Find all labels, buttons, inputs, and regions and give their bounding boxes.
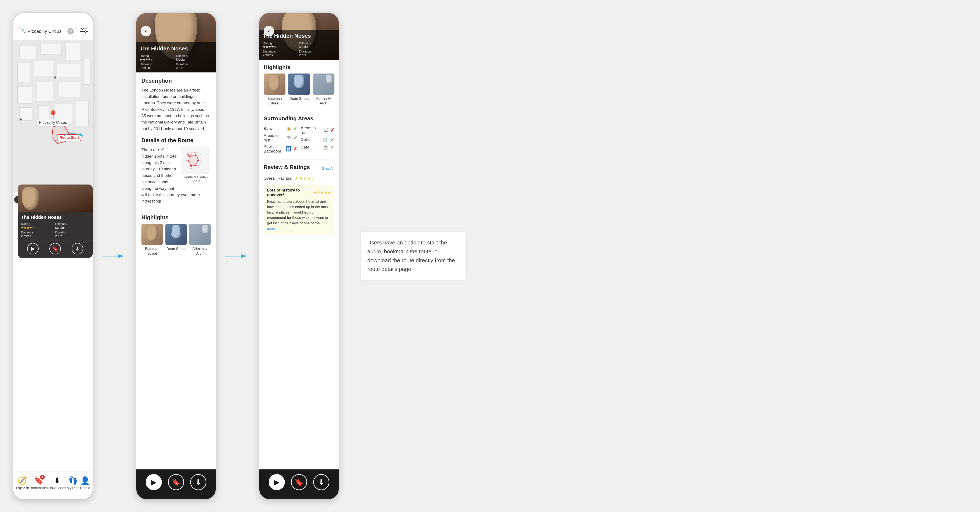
- phone3-back-button[interactable]: ‹: [264, 26, 274, 36]
- highlight-item-2: Dean Street: [165, 224, 187, 256]
- p2-duration-value: 2 hrs: [176, 66, 212, 70]
- download-button[interactable]: ⬇: [190, 474, 206, 490]
- phone-route-details: ‹ The Hidden Noses Rating ★★★★☆ Difficul…: [136, 13, 216, 500]
- svg-rect-8: [18, 63, 30, 82]
- phone3-bookmark-button[interactable]: 🔖: [291, 474, 307, 490]
- p3-duration-value: 2 hrs: [299, 53, 335, 57]
- route-map-thumbnail[interactable]: Route Start Route & Hidden Spots: [181, 147, 211, 183]
- review-title: Lots of history to uncover!: [267, 188, 313, 197]
- surrounding-section: Surrounding Areas Bars 🍺 ✓ Areas to rest…: [264, 115, 334, 154]
- duration-value: 2 hrs: [55, 234, 89, 238]
- nav-mytrips-label: MyTrips: [67, 486, 80, 490]
- description-section: Description The London Noses are an arti…: [142, 78, 211, 132]
- highlight-label-2: Dean Street: [165, 247, 187, 251]
- overall-label: Overall Ratings:: [264, 176, 292, 181]
- highlight-item-1: Bateman Street: [142, 224, 163, 256]
- surr-delis-icon: 🛒: [323, 137, 328, 143]
- phone-highlights-reviews: ‹ The Hidden Noses Rating ★★★★☆ Difficul…: [259, 13, 339, 500]
- surr-areas-check: ✗: [330, 127, 334, 133]
- play-button[interactable]: ▶: [146, 474, 162, 490]
- review-text: Fascinating story about the artist and h…: [267, 199, 331, 231]
- nav-explore[interactable]: 🧭 Explore: [16, 476, 29, 490]
- nav-bookmarks[interactable]: 🔖 4 Bookmarks: [30, 476, 48, 490]
- route-card-meta: Rating ★★★★☆ Difficulty Medium Distance …: [21, 222, 89, 238]
- map-area[interactable]: 📍 Piccadilly Circus Route Start: [13, 40, 93, 192]
- bottom-nav: 🧭 Explore 🔖 4 Bookmarks ⬇ Downloads 👣 My…: [13, 472, 93, 499]
- reviews-header: Review & Ratings See All: [264, 164, 334, 173]
- svg-text:Route: Route: [188, 154, 192, 155]
- connector-arrow-svg-2: [225, 250, 250, 262]
- nav-mytrips[interactable]: 👣 MyTrips: [67, 476, 80, 490]
- svg-rect-9: [34, 61, 53, 76]
- rating-label: Rating: [21, 222, 55, 226]
- phone3-highlights-section: Highlights Bateman Street: [264, 64, 334, 106]
- highlight-img-2: [165, 224, 187, 245]
- route-thumb-image: Route Start: [181, 147, 208, 174]
- review-more-link[interactable]: more: [267, 227, 275, 230]
- phone3-header-meta: Rating ★★★★☆ Difficulty Medium Distance …: [263, 41, 335, 57]
- svg-rect-7: [65, 43, 80, 60]
- bookmark-button[interactable]: 🔖: [168, 474, 184, 490]
- divider-2: [264, 111, 334, 111]
- card-play-button[interactable]: ▶: [27, 243, 38, 254]
- surr-bars-name: Bars: [264, 126, 284, 131]
- phone3-body: Highlights Bateman Street: [259, 60, 339, 471]
- card-download-button[interactable]: ⬇: [72, 243, 83, 254]
- phone3-highlight-img-3: [313, 73, 334, 95]
- nav-profile[interactable]: 👤 Profile: [80, 476, 90, 490]
- phone3-highlight-2: Dean Street: [288, 73, 310, 106]
- route-details-title: Details of the Route: [142, 137, 211, 144]
- route-details-section: Details of the Route Route Start: [142, 137, 211, 204]
- nav-profile-label: Profile: [80, 486, 90, 490]
- phone2-header-meta: Rating ★★★★☆ Difficulty Medium Distance …: [140, 54, 212, 70]
- back-button[interactable]: ‹: [141, 26, 151, 36]
- clear-search-button[interactable]: ✕: [67, 28, 74, 35]
- featured-review: Lots of history to uncover! ★★★★★ Fascin…: [264, 184, 334, 235]
- surr-delis: Delis 🛒 ✓: [301, 136, 334, 143]
- phone2-body: Description The London Noses are an arti…: [136, 73, 216, 471]
- distance-value: 2 miles: [21, 234, 55, 238]
- surr-areas: Areas to rest ⛱ ✗: [301, 125, 334, 136]
- p2-difficulty-value: Medium: [176, 58, 212, 61]
- phone3-highlight-img-1: [264, 73, 285, 95]
- phone3-download-button[interactable]: ⬇: [313, 474, 329, 490]
- phone2-header: ‹ The Hidden Noses Rating ★★★★☆ Difficul…: [136, 13, 216, 73]
- route-arrow: [62, 130, 84, 143]
- surr-delis-check: ✓: [330, 136, 334, 143]
- phone3-play-button[interactable]: ▶: [269, 474, 285, 490]
- p3-duration-label: Duration: [299, 49, 335, 53]
- svg-point-1: [82, 28, 83, 30]
- pin-label: Piccadilly Circus: [37, 119, 69, 125]
- highlight-label-1: Bateman Street: [142, 247, 163, 256]
- svg-rect-13: [36, 82, 53, 101]
- search-bar[interactable]: 🔍 Piccadilly Circus ✕: [18, 26, 77, 37]
- nav-downloads-label: Downloads: [48, 486, 66, 490]
- route-thumb-label: Route & Hidden Spots: [181, 175, 211, 183]
- nav-bookmarks-label: Bookmarks: [30, 486, 48, 490]
- svg-point-30: [188, 160, 189, 162]
- side-note-box: Users have an option to start the audio,…: [361, 231, 466, 280]
- surrounding-grid: Bars 🍺 ✓ Areas to rest 🍽 ✓ Public Bathro…: [264, 125, 334, 154]
- surr-cafe-name: Cafe: [301, 145, 321, 149]
- search-input[interactable]: Piccadilly Circus: [27, 29, 66, 34]
- phone3-highlight-label-1: Bateman Street: [264, 97, 285, 106]
- svg-point-3: [84, 31, 86, 32]
- highlight-img-1: [142, 224, 163, 245]
- highlights-section: Highlights Bateman Street: [142, 214, 211, 256]
- p3-difficulty-label: Difficulty: [299, 41, 335, 45]
- nav-downloads[interactable]: ⬇ Downloads: [48, 476, 66, 490]
- phone3-highlight-label-3: Admiralty Arch: [313, 97, 334, 106]
- description-text: The London Noses are an artistic install…: [142, 87, 211, 132]
- surr-bathroom-check: ✗: [293, 146, 298, 152]
- duration-label: Duration: [55, 230, 89, 234]
- reviews-title: Review & Ratings: [264, 164, 310, 171]
- card-bookmark-button[interactable]: 🔖: [49, 243, 61, 254]
- svg-rect-6: [40, 44, 61, 55]
- surr-bathroom-name: Public Bathroom: [264, 144, 284, 154]
- surr-bathroom-icon: 🚻: [286, 146, 291, 152]
- see-all-link[interactable]: See All: [322, 166, 334, 171]
- filter-button[interactable]: [80, 27, 88, 36]
- surrounding-title: Surrounding Areas: [264, 115, 334, 122]
- route-card-title: The Hidden Noses: [21, 215, 89, 220]
- difficulty-value: Medium: [55, 226, 89, 230]
